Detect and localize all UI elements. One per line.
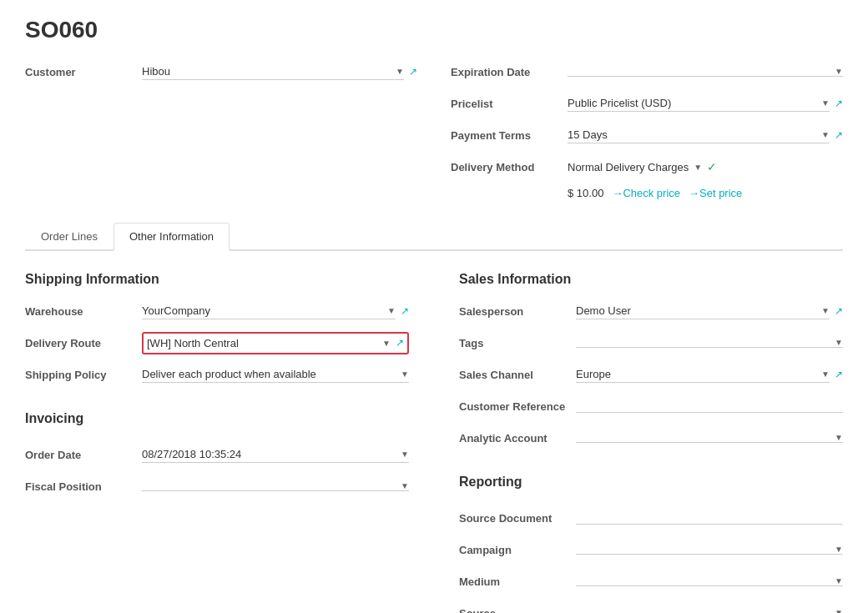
order-date-label: Order Date — [25, 449, 142, 461]
customer-dropdown-arrow[interactable]: ▼ — [396, 67, 404, 76]
delivery-route-value: [WH] North Central — [147, 335, 382, 351]
fiscal-position-value — [142, 485, 401, 488]
medium-value — [576, 580, 835, 583]
warehouse-value: YourCompany — [142, 303, 387, 319]
delivery-price: $ 10.00 — [568, 187, 603, 199]
source-document-value[interactable] — [576, 511, 843, 525]
delivery-method-label: Delivery Method — [451, 161, 568, 173]
payment-terms-value: 15 Days — [568, 127, 821, 143]
delivery-method-value: Normal Delivery Charges — [568, 161, 689, 173]
analytic-account-value — [576, 436, 835, 440]
customer-reference-value[interactable] — [576, 399, 843, 413]
page-title: SO060 — [25, 17, 843, 43]
analytic-account-label: Analytic Account — [459, 432, 576, 445]
salesperson-external-link-icon[interactable]: ↗ — [835, 305, 843, 317]
shipping-policy-value: Deliver each product when available — [142, 366, 401, 382]
expiration-date-label: Expiration Date — [451, 66, 568, 78]
fiscal-position-label: Fiscal Position — [25, 480, 142, 493]
tags-value — [576, 341, 835, 344]
fiscal-position-dropdown-arrow[interactable]: ▼ — [401, 481, 409, 490]
delivery-route-field: [WH] North Central ▼ ↗ — [142, 332, 409, 354]
sales-channel-dropdown-arrow[interactable]: ▼ — [821, 369, 830, 379]
order-date-value: 08/27/2018 10:35:24 — [142, 446, 401, 462]
sales-channel-external-link-icon[interactable]: ↗ — [835, 369, 843, 380]
salesperson-value: Demo User — [576, 303, 821, 319]
shipping-policy-dropdown-arrow[interactable]: ▼ — [401, 369, 409, 379]
sales-channel-value: Europe — [576, 366, 821, 382]
warehouse-dropdown-arrow[interactable]: ▼ — [387, 306, 396, 315]
delivery-route-dropdown-arrow[interactable]: ▼ — [382, 339, 391, 348]
tags-label: Tags — [459, 337, 576, 349]
analytic-account-dropdown-arrow[interactable]: ▼ — [835, 433, 843, 442]
order-date-dropdown-arrow[interactable]: ▼ — [401, 450, 409, 459]
customer-value: Hibou — [142, 63, 396, 79]
expiration-date-value — [568, 70, 835, 73]
expiration-date-dropdown-arrow[interactable]: ▼ — [835, 67, 843, 76]
campaign-label: Campaign — [459, 544, 576, 556]
delivery-route-external-link-icon[interactable]: ↗ — [396, 337, 404, 349]
warehouse-external-link-icon[interactable]: ↗ — [401, 305, 409, 317]
sales-channel-label: Sales Channel — [459, 369, 576, 381]
set-price-link[interactable]: →Set price — [689, 187, 742, 199]
shipping-policy-label: Shipping Policy — [25, 369, 142, 381]
tab-bar: Order Lines Other Information — [25, 223, 843, 251]
delivery-method-dropdown-arrow[interactable]: ▼ — [694, 163, 702, 172]
pricelist-external-link-icon[interactable]: ↗ — [835, 98, 843, 109]
sales-section-title: Sales Information — [459, 272, 843, 287]
campaign-value — [576, 548, 835, 551]
reporting-section-title: Reporting — [459, 475, 843, 490]
shipping-section-title: Shipping Information — [25, 272, 409, 287]
check-price-link[interactable]: →Check price — [612, 187, 680, 199]
payment-terms-external-link-icon[interactable]: ↗ — [835, 129, 843, 141]
salesperson-dropdown-arrow[interactable]: ▼ — [821, 306, 830, 315]
invoicing-section-title: Invoicing — [25, 411, 409, 426]
tab-order-lines[interactable]: Order Lines — [25, 223, 114, 251]
payment-terms-label: Payment Terms — [451, 129, 568, 142]
pricelist-dropdown-arrow[interactable]: ▼ — [821, 98, 830, 108]
pricelist-value: Public Pricelist (USD) — [568, 95, 821, 111]
customer-external-link-icon[interactable]: ↗ — [409, 66, 417, 78]
customer-label: Customer — [25, 66, 142, 78]
campaign-dropdown-arrow[interactable]: ▼ — [835, 545, 843, 554]
source-dropdown-arrow[interactable]: ▼ — [835, 608, 843, 613]
medium-label: Medium — [459, 575, 576, 588]
tags-dropdown-arrow[interactable]: ▼ — [835, 338, 843, 347]
customer-reference-label: Customer Reference — [459, 400, 576, 413]
delivery-route-label: Delivery Route — [25, 337, 142, 349]
delivery-method-check-icon: ✓ — [707, 160, 717, 173]
pricelist-label: Pricelist — [451, 98, 568, 110]
source-label: Source — [459, 607, 576, 614]
warehouse-label: Warehouse — [25, 305, 142, 318]
tab-other-information[interactable]: Other Information — [114, 223, 230, 251]
source-document-label: Source Document — [459, 512, 576, 525]
medium-dropdown-arrow[interactable]: ▼ — [835, 576, 843, 585]
payment-terms-dropdown-arrow[interactable]: ▼ — [821, 130, 830, 139]
salesperson-label: Salesperson — [459, 305, 576, 318]
